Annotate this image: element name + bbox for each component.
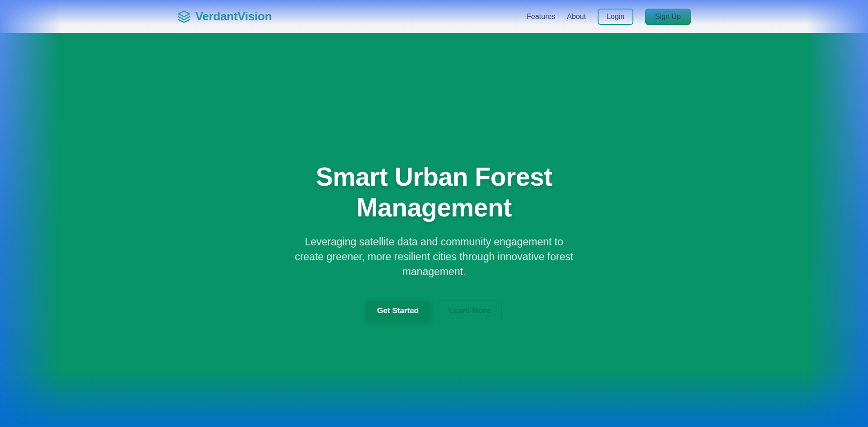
hero-section: Smart Urban Forest Management Leveraging…	[0, 33, 868, 427]
brand-name: VerdantVision	[195, 9, 272, 23]
hero-title: Smart Urban Forest Management	[269, 161, 599, 223]
nav-link-about[interactable]: About	[567, 13, 586, 21]
learn-more-button[interactable]: Learn More	[438, 300, 502, 321]
page-background: VerdantVision Features About Login Sign …	[0, 0, 868, 427]
login-button[interactable]: Login	[598, 9, 633, 25]
layers-icon	[177, 10, 191, 23]
cta-row: Get Started Learn More	[366, 300, 501, 321]
navbar-inner: VerdantVision Features About Login Sign …	[177, 0, 691, 33]
brand-logo[interactable]: VerdantVision	[177, 9, 272, 23]
get-started-button[interactable]: Get Started	[366, 301, 429, 321]
nav-link-features[interactable]: Features	[527, 13, 555, 21]
navbar: VerdantVision Features About Login Sign …	[0, 0, 868, 33]
signup-button[interactable]: Sign Up	[645, 9, 691, 25]
nav-links: Features About Login Sign Up	[527, 9, 691, 25]
hero-subtitle: Leveraging satellite data and community …	[292, 235, 576, 279]
